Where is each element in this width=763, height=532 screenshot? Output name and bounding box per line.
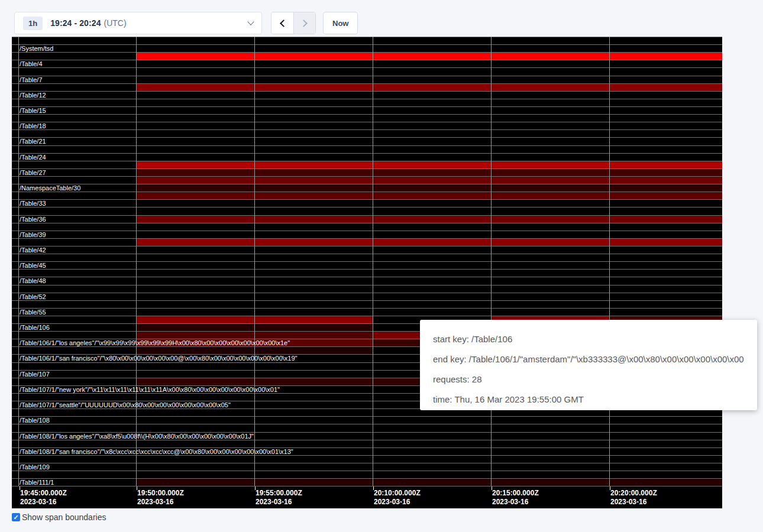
heatmap-row[interactable] [12, 67, 722, 75]
heatmap-band[interactable] [136, 161, 722, 168]
heatmap-row[interactable]: /System/tsd [12, 44, 722, 52]
axis-tick-label: 19:45:00.000Z2023-03-16 [20, 489, 67, 507]
span-boundary-label: /Table/55 [20, 309, 46, 316]
axis-tick-date: 2023-03-16 [374, 498, 421, 507]
heatmap-row[interactable]: /Table/24 [12, 153, 722, 161]
heatmap-row[interactable]: /Table/33 [12, 199, 722, 207]
heatmap-row[interactable]: /Table/4 [12, 60, 722, 67]
span-boundary-label: /Table/33 [20, 200, 46, 207]
heatmap-row[interactable] [12, 254, 722, 261]
span-boundary-label: /Table/27 [20, 169, 46, 176]
axis-tick-date: 2023-03-16 [256, 498, 302, 507]
span-boundary-label: /Table/106/1/"san francisco"/"\x80\x00\x… [20, 355, 298, 362]
prev-time-button[interactable] [271, 12, 293, 34]
heatmap-row[interactable] [12, 207, 722, 215]
heatmap-row[interactable] [12, 176, 722, 184]
time-range-selector[interactable]: 1h 19:24 - 20:24 (UTC) [14, 12, 262, 34]
span-boundary-label: /Table/39 [20, 231, 46, 238]
heatmap-row[interactable]: /Table/15 [12, 106, 722, 114]
heatmap-row[interactable] [12, 52, 722, 60]
heatmap-band[interactable] [136, 216, 722, 223]
span-boundary-label: /Table/108/1/"san francisco"/"\x8c\xcc\x… [20, 448, 293, 455]
time-axis: 19:45:00.000Z2023-03-1619:50:00.000Z2023… [12, 486, 722, 508]
heatmap-row[interactable]: /Table/108/1/"los angeles"/"\xa8\xf5\u00… [12, 432, 722, 440]
heatmap-row[interactable]: /Table/48 [12, 277, 722, 284]
heatmap-row[interactable]: /Table/45 [12, 261, 722, 269]
timezone-label: (UTC) [104, 18, 127, 28]
heatmap-row[interactable]: /Table/21 [12, 137, 722, 145]
heatmap-row[interactable] [12, 238, 722, 246]
span-boundary-label: /Table/111/1 [20, 479, 54, 486]
heatmap-band[interactable] [136, 479, 722, 486]
checkbox-checked-icon[interactable]: ✓ [12, 513, 20, 521]
heatmap-row[interactable] [12, 192, 722, 199]
span-boundary-label: /Table/106/1/"los angeles"/"\x99\x99\x99… [20, 339, 290, 346]
chevron-down-icon [248, 22, 253, 24]
heatmap-row[interactable] [12, 285, 722, 293]
axis-tick-date: 2023-03-16 [137, 498, 184, 507]
span-boundary-label: /Table/12 [20, 92, 46, 99]
span-boundary-label: /Table/36 [20, 216, 46, 223]
heatmap-row[interactable] [12, 300, 722, 308]
heatmap-band[interactable] [136, 169, 722, 176]
heatmap-row[interactable]: /Table/108/1/"san francisco"/"\x8c\xcc\x… [12, 447, 722, 455]
heatmap-row[interactable]: /Table/7 [12, 76, 722, 83]
check-mark-icon: ✓ [13, 513, 18, 521]
heatmap-row[interactable]: /Table/55 [12, 308, 722, 316]
show-span-boundaries-toggle[interactable]: ✓ Show span boundaries [12, 512, 106, 522]
heatmap-row[interactable]: /Table/36 [12, 215, 722, 223]
span-boundary-label: /Table/107/1/"seattle"/"UUUUUUD\x00\x80\… [20, 401, 231, 408]
heatmap-row[interactable] [12, 161, 722, 168]
heatmap-row[interactable] [12, 145, 722, 153]
now-button[interactable]: Now [323, 12, 358, 34]
heatmap-row[interactable]: /Table/27 [12, 168, 722, 176]
heatmap-band[interactable] [136, 184, 722, 192]
heatmap-row[interactable] [12, 99, 722, 106]
key-visualizer-canvas[interactable]: /System/tsd/Table/4/Table/7/Table/12/Tab… [12, 37, 722, 508]
heatmap-row[interactable] [12, 440, 722, 447]
axis-tick-time: 19:45:00.000Z [20, 489, 67, 498]
heatmap-band[interactable] [136, 192, 722, 199]
heatmap-band[interactable] [136, 177, 722, 184]
heatmap-row[interactable]: /Table/109 [12, 463, 722, 471]
key-visualizer-page: { "toolbar": { "preset": "1h", "range": … [0, 0, 763, 532]
heatmap-band[interactable] [136, 84, 722, 91]
heatmap-row[interactable]: /Table/18 [12, 122, 722, 129]
axis-tick-date: 2023-03-16 [610, 498, 657, 507]
heatmap-row[interactable]: /Table/12 [12, 91, 722, 99]
heatmap-band[interactable] [136, 53, 722, 60]
heatmap-row[interactable]: /Table/108 [12, 416, 722, 424]
heatmap-row[interactable]: /Table/111/1 [12, 478, 722, 486]
heatmap-row[interactable] [12, 129, 722, 137]
axis-tick-time: 20:15:00.000Z [492, 489, 539, 498]
axis-tick-label: 20:15:00.000Z2023-03-16 [492, 489, 539, 507]
next-time-button-disabled[interactable] [293, 12, 315, 34]
heatmap-row[interactable] [12, 83, 722, 91]
heatmap-row[interactable] [12, 471, 722, 478]
heatmap-row[interactable] [12, 269, 722, 277]
heatmap-row[interactable]: /NamespaceTable/30 [12, 184, 722, 192]
column-boundary-line [609, 37, 610, 486]
heatmap-rows: /System/tsd/Table/4/Table/7/Table/12/Tab… [12, 37, 722, 486]
heatmap-row[interactable]: /Table/39 [12, 231, 722, 238]
axis-tick-date: 2023-03-16 [492, 498, 539, 507]
column-boundary-line [373, 37, 373, 486]
span-boundary-label: /Table/109 [20, 463, 50, 471]
axis-tick-time: 20:20:00.000Z [610, 489, 657, 498]
heatmap-row[interactable]: /Table/42 [12, 246, 722, 254]
column-boundary-line [136, 37, 137, 486]
heatmap-row[interactable] [12, 223, 722, 231]
heatmap-row[interactable] [12, 455, 722, 463]
span-boundary-label: /Table/107 [20, 371, 50, 378]
heatmap-band[interactable] [136, 239, 722, 246]
show-span-boundaries-label: Show span boundaries [22, 512, 106, 522]
heatmap-row[interactable] [12, 424, 722, 432]
heatmap-row[interactable]: /Table/52 [12, 293, 722, 300]
heatmap-row[interactable] [12, 37, 722, 44]
span-boundary-label: /NamespaceTable/30 [20, 184, 80, 192]
column-boundary-line [491, 37, 492, 486]
heatmap-row[interactable] [12, 114, 722, 122]
axis-tick-label: 19:50:00.000Z2023-03-16 [137, 489, 184, 507]
span-boundary-label: /Table/24 [20, 154, 46, 161]
span-boundary-label: /System/tsd [20, 45, 53, 52]
